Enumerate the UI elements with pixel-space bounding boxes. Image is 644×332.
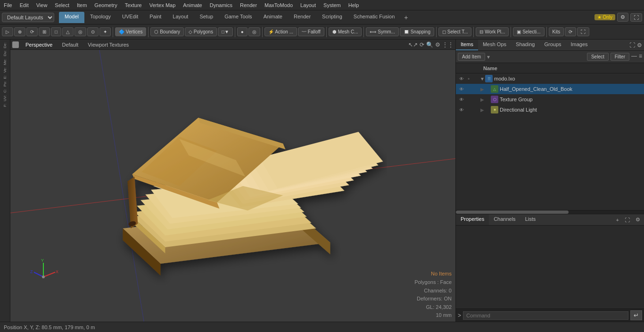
mesh-component-button[interactable]: ⬢ Mesh C... [329, 27, 362, 36]
item-visibility-eye[interactable]: 👁 [458, 75, 465, 82]
sidebar-tool-polygon[interactable]: Po: [3, 80, 7, 88]
menu-help[interactable]: Help [345, 1, 363, 9]
items-select-button[interactable]: Select [587, 53, 609, 61]
props-expand-icon[interactable]: ⛶ [623, 217, 632, 223]
viewport-arrows-icon[interactable]: ↖↗ [408, 41, 418, 48]
tool-select[interactable]: ▷ [2, 27, 13, 36]
viewport-default-label[interactable]: Default [59, 41, 81, 49]
item-visibility-eye[interactable]: 👁 [458, 96, 465, 103]
viewport-gear-icon[interactable]: ⚙ [435, 41, 440, 48]
sidebar-tool-duplicate[interactable]: Du: [3, 49, 7, 57]
list-item[interactable]: 👁 ▶ △ Half_Opened_Clean_Old_Book [456, 84, 644, 94]
expand-button[interactable]: ⛶ [630, 13, 642, 22]
list-item[interactable]: 👁 ▶ ⬡ Texture Group [456, 94, 644, 105]
tab-mesh-ops[interactable]: Mesh Ops [478, 40, 511, 50]
tab-paint[interactable]: Paint [144, 12, 167, 23]
sidebar-tool-falloff[interactable]: F: [3, 103, 7, 108]
symmetry-button[interactable]: ⟺ Symm... [366, 27, 398, 36]
work-plane-button[interactable]: ⊟ Work Pl... [476, 27, 509, 36]
sidebar-tool-default[interactable]: De: [3, 41, 7, 49]
viewport-rotate-icon[interactable]: ⟳ [420, 41, 424, 48]
tab-layout[interactable]: Layout [167, 12, 194, 23]
snapping-button[interactable]: 🔲 Snapping [400, 27, 434, 36]
tool-rotate[interactable]: ⟳ [26, 27, 38, 36]
tool-scale[interactable]: ⊞ [39, 27, 50, 36]
menu-texture[interactable]: Texture [121, 1, 146, 9]
polygons-mode-button[interactable]: ◇ Polygons [185, 27, 217, 36]
item-add-icon[interactable]: + [465, 75, 472, 82]
vertices-mode-button[interactable]: 🔷 Vertices [115, 27, 146, 36]
menu-geometry[interactable]: Geometry [91, 1, 121, 9]
viewport-canvas[interactable]: X Y Z No Items Polygons : Face Channels:… [10, 50, 455, 322]
boundary-mode-button[interactable]: ⬡ Boundary [150, 27, 184, 36]
falloff-button[interactable]: 〰 Falloff [298, 27, 324, 36]
props-add-icon[interactable]: + [614, 217, 621, 223]
tab-render[interactable]: Render [288, 12, 316, 23]
tab-items[interactable]: Items [456, 40, 478, 50]
tab-properties[interactable]: Properties [456, 214, 489, 225]
tab-topology[interactable]: Topology [84, 12, 116, 23]
viewport-zoom-icon[interactable]: 🔍 [426, 41, 433, 48]
menu-select[interactable]: Select [51, 1, 73, 9]
sidebar-tool-curve[interactable]: C: [3, 88, 7, 94]
tab-model[interactable]: Model [59, 12, 84, 23]
item-visibility-eye[interactable]: 👁 [458, 106, 465, 113]
menu-file[interactable]: File [0, 1, 16, 9]
add-item-button[interactable]: Add Item [458, 53, 485, 61]
viewport-textures-label[interactable]: Viewport Textures [85, 41, 132, 49]
items-collapse-icon[interactable]: — [631, 53, 637, 61]
tool-sculpt[interactable]: ◎ [74, 27, 86, 36]
menu-edit[interactable]: Edit [16, 1, 33, 9]
menu-maxtomode[interactable]: MaxToModo [261, 1, 297, 9]
tool-transform[interactable]: ⊕ [14, 27, 25, 36]
item-expand-arrow[interactable]: ▶ [479, 87, 485, 92]
tab-scripting[interactable]: Scripting [316, 12, 348, 23]
tool-paint[interactable]: △ [62, 27, 74, 36]
viewport-more-icon[interactable]: ⋮⋮ [442, 41, 454, 48]
tab-channels[interactable]: Channels [489, 214, 520, 225]
menu-render[interactable]: Render [236, 1, 261, 9]
tab-images[interactable]: Images [566, 40, 593, 50]
action-button[interactable]: ⚡ Action ... [264, 27, 297, 36]
menu-animate[interactable]: Animate [179, 1, 206, 9]
sidebar-tool-edge[interactable]: E: [3, 74, 7, 80]
sidebar-tool-uv[interactable]: UV: [3, 94, 7, 102]
add-layout-tab[interactable]: + [400, 12, 412, 23]
items-expand-icon[interactable]: ⛶ [629, 42, 635, 49]
item-visibility-eye[interactable]: 👁 [458, 85, 465, 93]
selection-set-button[interactable]: ▣ Selecti... [513, 27, 544, 36]
list-item[interactable]: 👁 + ▼ ☰ modo.lxo [456, 73, 644, 84]
settings-button[interactable]: ⚙ [617, 13, 628, 22]
command-input[interactable] [463, 311, 628, 320]
dot2-button[interactable]: ◎ [248, 27, 260, 36]
tab-game-tools[interactable]: Game Tools [219, 12, 258, 23]
tool-pivot[interactable]: ✦ [99, 27, 111, 36]
menu-layout[interactable]: Layout [297, 1, 320, 9]
menu-system[interactable]: System [320, 1, 345, 9]
items-gear-icon[interactable]: ⚙ [637, 42, 642, 49]
items-scrollbar-thumb[interactable] [456, 211, 569, 214]
poly-options-button[interactable]: □▼ [218, 27, 233, 36]
sidebar-tool-vertex[interactable]: Ve: [3, 66, 7, 74]
command-submit-button[interactable]: ↵ [630, 310, 642, 320]
tab-uvedit[interactable]: UVEdit [116, 12, 144, 23]
kits-button[interactable]: Kits [549, 27, 564, 36]
tool-measure[interactable]: ⊙ [87, 27, 99, 36]
tab-setup[interactable]: Setup [194, 12, 219, 23]
items-more-icon[interactable]: ≡ [639, 53, 642, 61]
expand-view-button[interactable]: ⛶ [577, 27, 589, 36]
tab-lists[interactable]: Lists [520, 214, 541, 225]
tab-groups[interactable]: Groups [539, 40, 566, 50]
props-gear-icon[interactable]: ⚙ [634, 217, 642, 223]
tab-schematic-fusion[interactable]: Schematic Fusion [348, 12, 400, 23]
default-layouts-dropdown[interactable]: Default Layouts [2, 13, 54, 22]
list-item[interactable]: 👁 ▶ ☀ Directional Light [456, 105, 644, 115]
menu-view[interactable]: View [33, 1, 51, 9]
tab-shading[interactable]: Shading [511, 40, 539, 50]
select-tool-button[interactable]: ◻ Select T... [438, 27, 472, 36]
viewport-perspective-label[interactable]: Perspective [23, 41, 55, 49]
item-expand-arrow[interactable]: ▼ [479, 76, 485, 81]
viewport-toggle[interactable] [12, 41, 19, 48]
items-scrollbar[interactable] [456, 210, 644, 214]
dot1-button[interactable]: ● [237, 27, 248, 36]
